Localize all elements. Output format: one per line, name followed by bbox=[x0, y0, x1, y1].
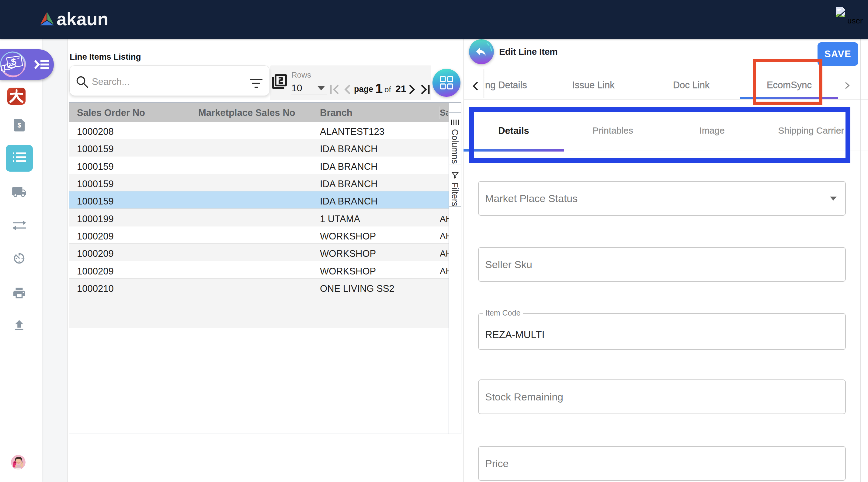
svg-text:$: $ bbox=[17, 121, 21, 129]
